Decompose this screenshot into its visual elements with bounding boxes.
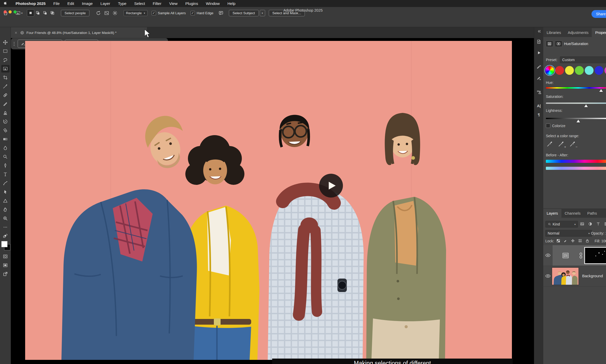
menu-plugins[interactable]: Plugins xyxy=(185,1,198,6)
menu-window[interactable]: Window xyxy=(206,1,220,6)
channel-swatch[interactable] xyxy=(555,66,564,75)
opacity-field[interactable]: Opacity: 100% xyxy=(591,231,606,235)
eyedropper-tool[interactable] xyxy=(1,83,10,90)
lock-artboard-icon[interactable] xyxy=(577,238,583,244)
gradient-tool[interactable] xyxy=(1,135,10,143)
lock-position-icon[interactable] xyxy=(570,238,576,244)
quick-mask-button[interactable] xyxy=(1,253,10,260)
eraser-tool[interactable] xyxy=(1,127,10,134)
menu-view[interactable]: View xyxy=(169,1,178,6)
filter-type-layers-icon[interactable] xyxy=(595,221,601,227)
eyedropper-add-icon[interactable]: + xyxy=(558,141,566,148)
lightness-slider-handle[interactable] xyxy=(576,120,580,122)
paragraph-panel-icon[interactable]: ¶ xyxy=(536,112,542,117)
collapse-panels-icon[interactable] xyxy=(536,28,542,34)
task-bar-drag-handle[interactable] xyxy=(14,42,15,46)
character-panel-icon[interactable]: A| xyxy=(536,103,542,108)
spot-healing-brush-tool[interactable] xyxy=(1,91,10,99)
lock-all-icon[interactable] xyxy=(584,238,590,244)
actions-panel-icon[interactable] xyxy=(536,50,542,56)
hand-tool[interactable] xyxy=(1,206,10,213)
filter-pixel-layers-icon[interactable] xyxy=(579,221,585,227)
menu-filter[interactable]: Filter xyxy=(153,1,161,6)
crop-tool[interactable] xyxy=(1,74,10,81)
path-selection-tool[interactable] xyxy=(1,188,10,196)
hue-saturation-layer-thumbnail[interactable] xyxy=(562,252,569,259)
layer-row-background[interactable]: Background xyxy=(543,266,606,287)
type-tool[interactable] xyxy=(1,171,10,178)
hue-slider-handle[interactable] xyxy=(599,89,603,92)
brush-tool[interactable] xyxy=(1,100,10,108)
tab-libraries[interactable]: Libraries xyxy=(543,28,565,37)
layer-name[interactable]: Background xyxy=(582,274,603,278)
lightness-slider[interactable] xyxy=(546,118,606,119)
filter-shape-layers-icon[interactable] xyxy=(603,221,606,227)
lasso-tool[interactable] xyxy=(1,56,10,64)
preset-dropdown[interactable]: Custom▾ xyxy=(560,56,606,63)
brushes-panel-icon[interactable] xyxy=(536,75,542,81)
share-button[interactable]: Share xyxy=(591,10,606,18)
screen-mode-button[interactable] xyxy=(1,261,10,269)
channel-swatch[interactable] xyxy=(575,66,584,75)
clone-stamp-tool[interactable] xyxy=(1,109,10,117)
channel-swatch[interactable] xyxy=(585,66,594,75)
master-channel-swatch[interactable] xyxy=(545,66,554,75)
menu-image[interactable]: Image xyxy=(82,1,93,6)
clone-source-panel-icon[interactable] xyxy=(536,89,542,95)
saturation-slider-handle[interactable] xyxy=(584,104,588,107)
document-tab[interactable]: Four Friends @ 48.8% (Hue/Saturation 1, … xyxy=(11,27,147,38)
hue-slider[interactable] xyxy=(546,87,606,89)
menu-select[interactable]: Select xyxy=(134,1,145,6)
history-panel-icon[interactable] xyxy=(536,39,542,45)
blend-mode-dropdown[interactable]: Normal▾ xyxy=(545,230,592,237)
tab-channels[interactable]: Channels xyxy=(561,209,584,218)
eyedropper-sample-icon[interactable] xyxy=(546,141,554,148)
shape-tool[interactable] xyxy=(1,197,10,205)
channel-swatch[interactable] xyxy=(595,66,603,75)
rectangular-marquee-tool[interactable] xyxy=(1,47,10,55)
channel-swatch[interactable] xyxy=(604,66,606,75)
eyedropper-subtract-icon[interactable]: − xyxy=(569,141,577,148)
filter-adjustment-layers-icon[interactable] xyxy=(587,221,593,227)
layer-mask-thumbnail[interactable] xyxy=(584,247,606,264)
fill-field[interactable]: Fill: 100% xyxy=(595,239,606,243)
mask-link-icon[interactable] xyxy=(579,252,583,259)
swap-colors-icon[interactable] xyxy=(1,232,10,240)
dodge-tool[interactable] xyxy=(1,153,10,161)
layer-visibility-icon[interactable] xyxy=(545,274,551,278)
menu-file[interactable]: File xyxy=(53,1,60,6)
background-layer-thumbnail[interactable] xyxy=(552,267,579,285)
close-tab-icon[interactable] xyxy=(14,31,18,35)
pen-tool[interactable] xyxy=(1,162,10,169)
menu-photoshop-2025[interactable]: Photoshop 2025 xyxy=(16,1,46,6)
menu-type[interactable]: Type xyxy=(118,1,126,6)
object-selection-tool[interactable] xyxy=(1,65,10,72)
saturation-slider[interactable] xyxy=(546,103,606,104)
brush-settings-panel-icon[interactable] xyxy=(536,64,542,70)
blur-tool[interactable] xyxy=(1,144,10,152)
photo-canvas[interactable] xyxy=(25,41,512,360)
canvas-area[interactable]: Subtract from mask Add to mask Making se… xyxy=(11,38,534,364)
foreground-color-swatch[interactable] xyxy=(1,241,8,247)
move-tool[interactable] xyxy=(1,39,10,46)
tab-adjustments[interactable]: Adjustments xyxy=(565,28,592,37)
layer-visibility-icon[interactable] xyxy=(545,253,551,257)
zoom-tool[interactable] xyxy=(1,215,10,222)
curvature-pen-tool[interactable] xyxy=(1,179,10,187)
color-swatches[interactable] xyxy=(1,241,10,251)
lock-transparency-icon[interactable] xyxy=(555,238,561,244)
menu-edit[interactable]: Edit xyxy=(67,1,74,6)
edit-toolbar-button[interactable] xyxy=(1,223,10,231)
history-brush-tool[interactable] xyxy=(1,118,10,125)
tab-paths[interactable]: Paths xyxy=(584,209,600,218)
layer-row-adjustment[interactable] xyxy=(543,245,606,266)
video-play-button[interactable] xyxy=(319,174,343,198)
tab-properties[interactable]: Properties xyxy=(592,28,606,37)
colorize-checkbox[interactable]: Colorize xyxy=(546,123,565,128)
layer-filter-kind-dropdown[interactable]: Kind ▾ xyxy=(545,221,578,228)
tab-layers[interactable]: Layers xyxy=(543,209,561,218)
apple-icon[interactable] xyxy=(4,1,8,6)
menu-layer[interactable]: Layer xyxy=(101,1,110,6)
menu-help[interactable]: Help xyxy=(228,1,236,6)
channel-swatch[interactable] xyxy=(565,66,574,75)
